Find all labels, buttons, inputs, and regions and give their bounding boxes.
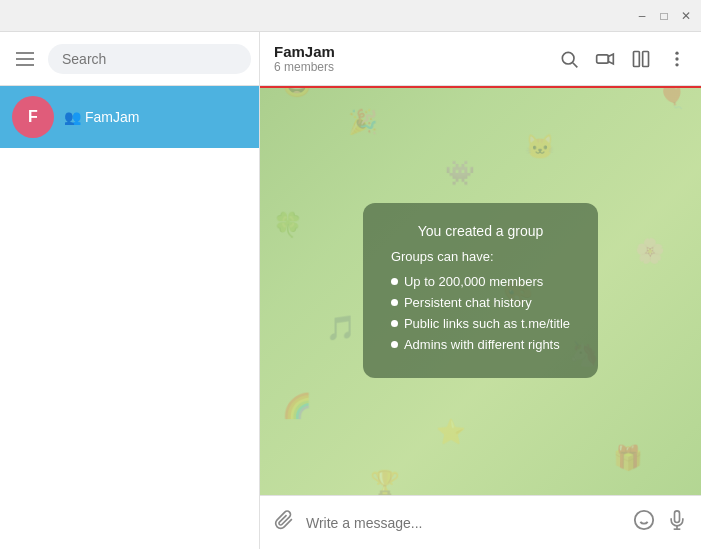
header-actions xyxy=(559,49,687,69)
chat-header-info[interactable]: FamJam 6 members xyxy=(274,43,549,74)
message-input[interactable] xyxy=(306,515,621,531)
search-input[interactable] xyxy=(48,44,251,74)
info-card-features: Up to 200,000 members Persistent chat hi… xyxy=(391,274,570,352)
sidebar-header xyxy=(0,32,259,86)
mic-icon[interactable] xyxy=(667,510,687,535)
avatar: F xyxy=(12,96,54,138)
columns-icon[interactable] xyxy=(631,49,651,69)
emoji-icon[interactable] xyxy=(633,509,655,536)
info-card-subtitle: Groups can have: xyxy=(391,249,570,264)
svg-rect-4 xyxy=(634,51,640,66)
svg-line-1 xyxy=(573,62,578,67)
chat-panel: 😀 🎉 🌟 🐱 🦋 🎈 🍀 🌸 🎵 🦄 🌈 ⭐ 🎁 🏆 🍭 👾 🎨 FamJam… xyxy=(260,32,701,549)
svg-point-6 xyxy=(675,51,678,54)
feature-item-1: Up to 200,000 members xyxy=(391,274,570,289)
attach-icon[interactable] xyxy=(274,510,294,535)
group-info-card: You created a group Groups can have: Up … xyxy=(363,203,598,378)
chat-info: 👥 FamJam xyxy=(64,109,139,125)
chat-input-bar xyxy=(260,495,701,549)
svg-marker-3 xyxy=(608,54,613,64)
bullet-icon xyxy=(391,341,398,348)
chat-header-status: 6 members xyxy=(274,60,549,74)
chat-header: FamJam 6 members xyxy=(260,32,701,86)
feature-item-3: Public links such as t.me/title xyxy=(391,316,570,331)
video-call-icon[interactable] xyxy=(595,49,615,69)
maximize-button[interactable]: □ xyxy=(657,9,671,23)
hamburger-menu-button[interactable] xyxy=(12,48,38,70)
bullet-icon xyxy=(391,299,398,306)
svg-point-7 xyxy=(675,57,678,60)
svg-rect-5 xyxy=(643,51,649,66)
minimize-button[interactable]: – xyxy=(635,9,649,23)
svg-rect-2 xyxy=(597,54,609,62)
svg-point-0 xyxy=(562,52,574,64)
group-icon: 👥 xyxy=(64,109,81,125)
svg-point-8 xyxy=(675,63,678,66)
chat-header-name: FamJam xyxy=(274,43,549,60)
app-container: F 👥 FamJam 😀 🎉 🌟 🐱 🦋 🎈 🍀 🌸 xyxy=(0,32,701,549)
sidebar: F 👥 FamJam xyxy=(0,32,260,549)
chat-list: F 👥 FamJam xyxy=(0,86,259,549)
feature-item-2: Persistent chat history xyxy=(391,295,570,310)
info-card-title: You created a group xyxy=(391,223,570,239)
feature-item-4: Admins with different rights xyxy=(391,337,570,352)
svg-point-9 xyxy=(635,511,653,529)
title-bar: – □ ✕ xyxy=(0,0,701,32)
chat-messages: You created a group Groups can have: Up … xyxy=(260,86,701,495)
bullet-icon xyxy=(391,320,398,327)
bullet-icon xyxy=(391,278,398,285)
chat-name: 👥 FamJam xyxy=(64,109,139,125)
search-icon[interactable] xyxy=(559,49,579,69)
chat-item-famjam[interactable]: F 👥 FamJam xyxy=(0,86,259,148)
close-button[interactable]: ✕ xyxy=(679,9,693,23)
more-options-icon[interactable] xyxy=(667,49,687,69)
